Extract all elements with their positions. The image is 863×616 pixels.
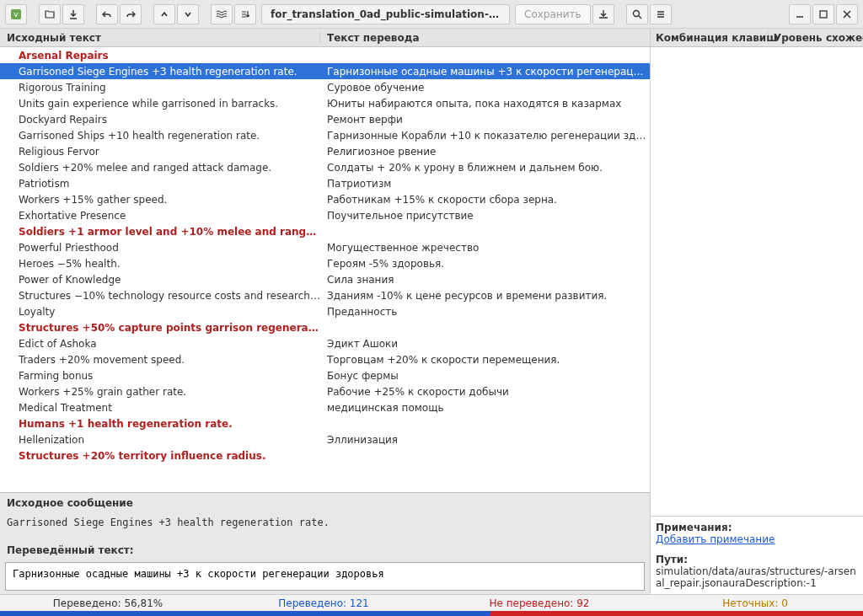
table-row[interactable]: Religious FervorРелигиозное рвение: [0, 143, 650, 159]
table-row[interactable]: Humans +1 health regeneration rate.: [0, 415, 650, 431]
target-cell: Торговцам +20% к скорости перемещения.: [320, 354, 650, 366]
target-cell: Гарнизонные осадные машины +3 к скорости…: [320, 66, 650, 78]
target-cell: Поучительное присутствие: [320, 210, 650, 222]
source-label: Исходное сообщение: [0, 493, 650, 513]
target-cell: Сила знания: [320, 274, 650, 286]
target-cell: Героям -5% здоровья.: [320, 258, 650, 270]
save-button[interactable]: Сохранить: [515, 4, 591, 24]
shortcut-header[interactable]: Комбинация клавиш: [651, 32, 769, 44]
source-column-header[interactable]: Исходный текст: [0, 32, 320, 44]
table-row[interactable]: HellenizationЭллинизация: [0, 431, 650, 447]
status-translated: Переведено: 121: [216, 597, 432, 609]
source-cell: Patriotism: [0, 178, 320, 190]
table-row[interactable]: Heroes −5% health.Героям -5% здоровья.: [0, 255, 650, 271]
table-row[interactable]: Exhortative PresenceПоучительное присутс…: [0, 207, 650, 223]
source-cell: Structures −10% technology resource cost…: [0, 290, 320, 302]
target-cell: Ремонт верфи: [320, 114, 650, 126]
source-cell: Farming bonus: [0, 370, 320, 382]
table-row[interactable]: Garrisoned Siege Engines +3 health regen…: [0, 63, 650, 79]
target-cell: Солдаты + 20% к урону в ближнем и дальне…: [320, 162, 650, 174]
menu-button[interactable]: [650, 4, 672, 24]
source-cell: Arsenal Repairs: [0, 50, 320, 62]
source-cell: Medical Treatment: [0, 402, 320, 414]
table-row[interactable]: Garrisoned Ships +10 health regeneration…: [0, 127, 650, 143]
source-cell: Traders +20% movement speed.: [0, 354, 320, 366]
app-icon[interactable]: v: [5, 4, 27, 24]
export-button[interactable]: [592, 4, 614, 24]
details-panel: Примечания: Добавить примечание Пути: si…: [651, 516, 863, 594]
source-cell: Humans +1 health regeneration rate.: [0, 418, 320, 430]
table-row[interactable]: Edict of AshokaЭдикт Ашоки: [0, 335, 650, 351]
table-row[interactable]: Soldiers +20% melee and ranged attack da…: [0, 159, 650, 175]
close-button[interactable]: [836, 4, 858, 24]
source-cell: Units gain experience while garrisoned i…: [0, 98, 320, 110]
source-cell: Dockyard Repairs: [0, 114, 320, 126]
table-row[interactable]: Structures +50% capture points garrison …: [0, 319, 650, 335]
table-row[interactable]: Workers +25% grain gather rate.Рабочие +…: [0, 383, 650, 399]
table-row[interactable]: Farming bonusБонус фермы: [0, 367, 650, 383]
table-row[interactable]: Traders +20% movement speed.Торговцам +2…: [0, 351, 650, 367]
next-button[interactable]: [177, 4, 199, 24]
source-cell: Garrisoned Ships +10 health regeneration…: [0, 130, 320, 142]
open-button[interactable]: [39, 4, 61, 24]
source-cell: Structures +20% territory influence radi…: [0, 450, 320, 462]
table-row[interactable]: Rigorous TrainingСуровое обучение: [0, 79, 650, 95]
table-row[interactable]: Structures +20% territory influence radi…: [0, 447, 650, 463]
maximize-button[interactable]: [812, 4, 834, 24]
table-row[interactable]: Units gain experience while garrisoned i…: [0, 95, 650, 111]
target-cell: Эллинизация: [320, 434, 650, 446]
target-column-header[interactable]: Текст перевода: [320, 32, 650, 44]
minimize-button[interactable]: [789, 4, 811, 24]
search-button[interactable]: [626, 4, 648, 24]
next-fuzzy-button[interactable]: [234, 4, 256, 24]
status-untranslated: Не переведено: 92: [432, 597, 647, 609]
target-cell: Работникам +15% к скорости сбора зерна.: [320, 194, 650, 206]
translation-table-header: Исходный текст Текст перевода: [0, 29, 650, 47]
target-cell: Эдикт Ашоки: [320, 338, 650, 350]
target-cell: Бонус фермы: [320, 370, 650, 382]
source-cell: Loyalty: [0, 306, 320, 318]
status-fuzzy: Неточных: 0: [647, 597, 863, 609]
target-cell: Религиозное рвение: [320, 146, 650, 158]
table-row[interactable]: Structures −10% technology resource cost…: [0, 287, 650, 303]
main-toolbar: v for_translation_0ad_public-simulation-…: [0, 0, 863, 29]
tm-results: [651, 47, 863, 516]
source-cell: Heroes −5% health.: [0, 258, 320, 270]
prev-button[interactable]: [153, 4, 175, 24]
source-cell: Powerful Priesthood: [0, 242, 320, 254]
source-text: Garrisoned Siege Engines +3 health regen…: [0, 513, 650, 540]
source-cell: Religious Fervor: [0, 146, 320, 158]
source-cell: Edict of Ashoka: [0, 338, 320, 350]
translation-table[interactable]: Arsenal RepairsGarrisoned Siege Engines …: [0, 47, 650, 492]
paths-label: Пути:: [656, 554, 858, 565]
download-button[interactable]: [62, 4, 84, 24]
source-cell: Structures +50% capture points garrison …: [0, 322, 320, 334]
svg-text:v: v: [13, 10, 19, 19]
source-cell: Exhortative Presence: [0, 210, 320, 222]
target-cell: Юниты набираются опыта, пока находятся в…: [320, 98, 650, 110]
table-row[interactable]: Arsenal Repairs: [0, 47, 650, 63]
table-row[interactable]: Dockyard RepairsРемонт верфи: [0, 111, 650, 127]
table-row[interactable]: PatriotismПатриотизм: [0, 175, 650, 191]
table-row[interactable]: Powerful PriesthoodМогущественное жречес…: [0, 239, 650, 255]
table-row[interactable]: Workers +15% gather speed.Работникам +15…: [0, 191, 650, 207]
filename-display: for_translation_0ad_public-simulation-au…: [261, 4, 510, 24]
similarity-header[interactable]: Уровень схожес: [769, 32, 863, 44]
table-row[interactable]: LoyaltyПреданность: [0, 303, 650, 319]
add-note-link[interactable]: Добавить примечание: [656, 533, 775, 545]
editor-panel: Исходное сообщение Garrisoned Siege Engi…: [0, 492, 650, 594]
redo-button[interactable]: [120, 4, 142, 24]
source-cell: Rigorous Training: [0, 82, 320, 94]
target-cell: Гарнизонные Корабли +10 к показателю рег…: [320, 130, 650, 142]
target-label: Переведённый текст:: [0, 540, 650, 560]
source-cell: Soldiers +1 armor level and +10% melee a…: [0, 226, 320, 238]
undo-button[interactable]: [96, 4, 118, 24]
svg-point-2: [633, 10, 639, 16]
table-row[interactable]: Power of KnowledgeСила знания: [0, 271, 650, 287]
fuzzy-toggle-button[interactable]: [211, 4, 233, 24]
status-bar: Переведено: 56,81% Переведено: 121 Не пе…: [0, 594, 863, 611]
source-cell: Soldiers +20% melee and ranged attack da…: [0, 162, 320, 174]
table-row[interactable]: Medical Treatmentмедицинская помощь: [0, 399, 650, 415]
target-input[interactable]: Гарнизонные осадные машины +3 к скорости…: [5, 562, 645, 591]
table-row[interactable]: Soldiers +1 armor level and +10% melee a…: [0, 223, 650, 239]
